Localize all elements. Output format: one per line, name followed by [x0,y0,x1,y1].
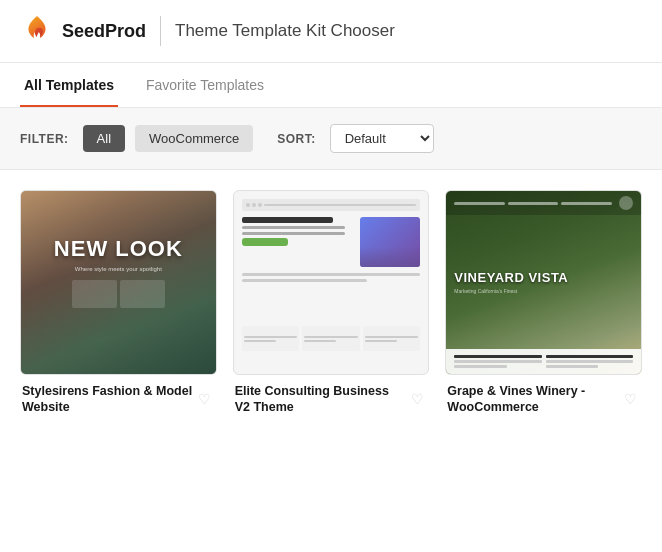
app-header: SeedProd Theme Template Kit Chooser [0,0,662,63]
fashion-block-2 [120,280,165,308]
logo-text: SeedProd [62,21,146,42]
winery-title: VINEYARD VISTA [454,270,633,286]
winery-hero-section: VINEYARD VISTA Marketing California's Fi… [446,215,641,349]
filter-label: FILTER: [20,132,69,146]
template-card-business[interactable]: Elite Consulting Business V2 Theme ♡ [233,190,430,416]
sort-select[interactable]: Default Newest Oldest A-Z [330,124,434,153]
fashion-sub-text: Where style meets your spotlight [75,266,162,272]
winery-btm-line-6 [546,365,598,368]
biz-content-1 [242,273,421,276]
business-two-col [327,288,335,320]
biz-sub-line-1 [242,226,345,229]
winery-nav-line-1 [454,202,505,205]
nav-dot-3 [258,203,262,207]
biz-feat-line-3 [304,336,358,338]
biz-feat-line-6 [365,340,397,342]
biz-feature-3 [363,326,421,351]
winery-btm-line-3 [454,365,506,368]
template-name-business: Elite Consulting Business V2 Theme [235,383,408,416]
tabs-bar: All Templates Favorite Templates [0,63,662,108]
template-card-fashion[interactable]: NEW LOOK Where style meets your spotligh… [20,190,217,416]
header-divider [160,16,161,46]
template-thumb-business [233,190,430,375]
winery-btm-line-5 [546,360,633,363]
biz-cta-btn [242,238,288,246]
filter-bar: FILTER: All WooCommerce SORT: Default Ne… [0,108,662,170]
filter-all-button[interactable]: All [83,125,125,152]
fashion-hero-text: NEW LOOK [54,237,183,261]
biz-feat-line-4 [304,340,336,342]
biz-sub-line-2 [242,232,345,235]
winery-bottom-col-2 [546,355,633,368]
template-footer-fashion: Stylesirens Fashion & Model Website ♡ [20,375,217,416]
favorite-heart-fashion[interactable]: ♡ [195,389,215,409]
page-title: Theme Template Kit Chooser [175,21,395,41]
winery-nav-bar [446,191,641,215]
business-hero [242,217,421,267]
biz-feat-line-5 [365,336,419,338]
biz-content-2 [242,279,367,282]
business-hero-img [360,217,420,267]
business-content [242,273,421,282]
template-thumb-fashion: NEW LOOK Where style meets your spotligh… [20,190,217,375]
biz-feat-line-1 [244,336,298,338]
business-nav-bar [242,199,421,211]
favorite-heart-business[interactable]: ♡ [407,389,427,409]
biz-feat-line-2 [244,340,276,342]
tab-all-templates[interactable]: All Templates [20,63,118,107]
template-footer-business: Elite Consulting Business V2 Theme ♡ [233,375,430,416]
winery-btm-line-4 [546,355,633,358]
biz-feature-1 [242,326,300,351]
template-name-fashion: Stylesirens Fashion & Model Website [22,383,195,416]
logo-area: SeedProd [20,14,146,48]
template-name-winery: Grape & Vines Winery - WooCommerce [447,383,620,416]
biz-feature-2 [302,326,360,351]
sort-label: SORT: [277,132,316,146]
biz-title-line [242,217,334,223]
winery-nav-line-2 [508,202,559,205]
winery-nav-circle [619,196,633,210]
winery-bottom-section [446,349,641,374]
business-hero-text [242,217,357,267]
template-card-winery[interactable]: VINEYARD VISTA Marketing California's Fi… [445,190,642,416]
tab-favorite-templates[interactable]: Favorite Templates [142,63,268,107]
favorite-heart-winery[interactable]: ♡ [620,389,640,409]
winery-btm-line-1 [454,355,541,358]
winery-btm-line-2 [454,360,541,363]
seedprod-logo-icon [20,14,54,48]
winery-nav-line-3 [561,202,612,205]
templates-grid: NEW LOOK Where style meets your spotligh… [0,170,662,436]
template-thumb-winery: VINEYARD VISTA Marketing California's Fi… [445,190,642,375]
biz-features [242,326,421,351]
winery-sub: Marketing California's Finest [454,288,633,294]
filter-woocommerce-button[interactable]: WooCommerce [135,125,253,152]
fashion-block-1 [72,280,117,308]
fashion-blocks [72,280,165,308]
nav-dot-1 [246,203,250,207]
template-footer-winery: Grape & Vines Winery - WooCommerce ♡ [445,375,642,416]
nav-spacer [264,204,417,206]
nav-dot-2 [252,203,256,207]
winery-bottom-col-1 [454,355,541,368]
